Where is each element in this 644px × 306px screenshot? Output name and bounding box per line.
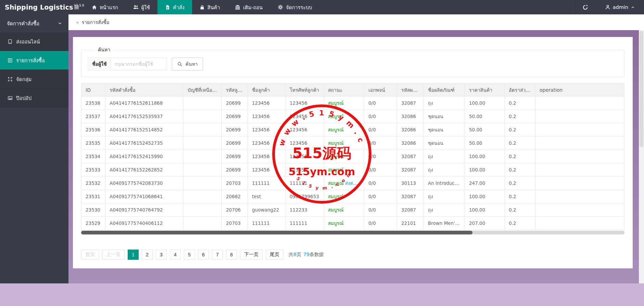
cell-order-code: A04141776152514852	[105, 123, 184, 137]
cell-commission-ratio: 0.2	[505, 97, 535, 110]
table-row: 23530 A04091775740764792 20706 guowang22…	[81, 203, 624, 217]
pagination-last-button[interactable]: 尾页	[266, 250, 283, 260]
vertical-scrollbar-thumb[interactable]	[640, 31, 643, 147]
cell-singular: 0/0	[364, 203, 397, 217]
file-icon	[165, 5, 170, 10]
horizontal-scrollbar-thumb[interactable]	[81, 231, 472, 234]
table-body: 23538 A04141776152611868 20699 123456 12…	[81, 97, 624, 230]
pagination-prev-button[interactable]: 上一页	[102, 250, 125, 260]
col-header-price: ราคาสินค้า	[465, 84, 505, 97]
cell-customer-name: 123456	[248, 123, 286, 137]
cell-id: 23534	[81, 150, 105, 163]
nav-item-system[interactable]: จัดการระบบ	[270, 0, 320, 14]
status-text: สมบูรณ์	[328, 194, 343, 199]
cell-customer-phone: 112233	[286, 203, 324, 217]
cell-singular: 0/0	[364, 177, 397, 190]
cell-commission-ratio: 0.2	[505, 177, 535, 190]
cell-price: 100.00	[465, 190, 505, 203]
cell-product-code: 30113	[397, 177, 424, 190]
table-row: 23537 A04141776152535937 20699 123456 12…	[81, 110, 624, 123]
status-text: สมบูรณ์	[328, 154, 343, 159]
sidebar-item-send-online[interactable]: ส่งออนไลน์	[0, 32, 68, 51]
col-header-product-code: รหัสผลิ...	[397, 84, 424, 97]
status-text: สมบูรณ์	[328, 127, 343, 132]
cell-id: 23531	[81, 190, 105, 203]
cell-customer-code: 20699	[222, 110, 248, 123]
col-header-singular: เอกพจน์	[364, 84, 397, 97]
cell-product-name: ชุดนอน	[424, 137, 465, 150]
pagination-page-1[interactable]: 1	[128, 250, 139, 260]
cell-product-code: 32086	[397, 110, 424, 123]
breadcrumb-label: รายการสั่งซื้อ	[82, 18, 110, 26]
cell-order-code: A04091775740406112	[105, 217, 184, 230]
nav-item-deposit-withdraw[interactable]: เติม-ถอน	[227, 0, 270, 14]
cell-customer-code: 20699	[222, 137, 248, 150]
app-title: Shipping Logistics	[5, 3, 73, 11]
gear-icon	[278, 4, 283, 10]
table-row: 23536 A04141776152514852 20699 123456 12…	[81, 123, 624, 137]
sidebar-item-popup[interactable]: ป๊อปอัป	[0, 89, 68, 107]
users-icon	[133, 4, 139, 10]
pagination-page-7[interactable]: 7	[212, 250, 223, 260]
search-button[interactable]: ค้นหา	[172, 58, 203, 71]
cell-singular: 0/0	[364, 163, 397, 177]
horizontal-scrollbar-track[interactable]	[81, 231, 624, 234]
nav-item-products[interactable]: สินค้า	[192, 0, 228, 14]
cell-product-code: 32087	[397, 150, 424, 163]
col-header-customer-name: ชื่อลูกค้า	[248, 84, 286, 97]
col-header-operation: operation	[535, 84, 624, 97]
cell-customer-name: 111111	[248, 177, 286, 190]
nav-item-users[interactable]: ผู้ใช้	[126, 0, 157, 14]
sidebar-item-order-list[interactable]: รายการสั่งซื้อ	[0, 51, 68, 70]
cell-operation	[535, 97, 624, 110]
sidebar-item-label: ส่งออนไลน์	[16, 38, 40, 46]
status-link[interactable]: ส่งด่ว...	[345, 180, 360, 186]
user-menu[interactable]: admin	[596, 0, 644, 14]
pagination-page-8[interactable]: 8	[226, 250, 237, 260]
cell-status: สมบูรณ์	[324, 203, 364, 217]
cell-singular: 0/0	[364, 110, 397, 123]
cell-status: สมบูรณ์	[324, 190, 364, 203]
cell-commission-ratio: 0.2	[505, 163, 535, 177]
person-icon	[605, 4, 610, 10]
sidebar-item-grouping[interactable]: จัดกลุ่ม	[0, 70, 68, 89]
pagination-page-3[interactable]: 3	[156, 250, 167, 260]
cell-order-code: A04091775741068641	[105, 190, 184, 203]
cell-order-code: A04141776152535937	[105, 110, 184, 123]
hamburger-icon	[74, 4, 79, 10]
navbar-spacer	[320, 0, 575, 14]
cell-product-name: ถุง	[424, 203, 465, 217]
cell-status: สมบูรณ์	[324, 97, 364, 110]
col-header-product-name: ชื่อผลิตภัณฑ์	[424, 84, 465, 97]
pagination-page-6[interactable]: 6	[198, 250, 209, 260]
nav-item-home[interactable]: หน้าแรก	[84, 0, 126, 14]
cell-commission-ratio: 0.2	[505, 110, 535, 123]
username-field-label: ชื่อผู้ใช้	[88, 58, 111, 71]
sidebar-toggle-button[interactable]	[68, 0, 84, 14]
pagination-page-5[interactable]: 5	[184, 250, 195, 260]
status-text: สมบูรณ์	[328, 180, 343, 186]
pagination-page-2[interactable]: 2	[142, 250, 153, 260]
pagination-next-button[interactable]: 下一页	[240, 250, 263, 260]
status-text: สมบูรณ์	[328, 114, 343, 119]
cell-status: สมบูรณ์	[324, 110, 364, 123]
sidebar-group-label: จัดการคำสั่งซื้อ	[7, 20, 39, 27]
table-row: 23538 A04141776152611868 20699 123456 12…	[81, 97, 624, 110]
cell-id: 23536	[81, 123, 105, 137]
cell-commission-ratio: 0.2	[505, 123, 535, 137]
sidebar-group-order-management[interactable]: จัดการคำสั่งซื้อ	[0, 14, 68, 32]
cell-customer-phone: 111111	[286, 217, 324, 230]
vertical-scrollbar-track[interactable]	[639, 30, 644, 283]
pagination-first-button[interactable]: 首页	[81, 250, 99, 260]
status-text: สมบูรณ์	[328, 207, 343, 213]
cell-parent-account	[184, 163, 222, 177]
nav-item-orders[interactable]: คำสั่ง	[157, 0, 192, 14]
username-search-input[interactable]	[111, 58, 167, 71]
pagination-page-4[interactable]: 4	[170, 250, 181, 260]
orders-table: ID รหัสคำสั่งซื้อ บัญชีที่เหนือกว่า รหัส…	[81, 83, 624, 230]
cell-operation	[535, 177, 624, 190]
top-navbar: Shipping Logistics V1.5.9 หน้าแรก ผู้ใช้…	[0, 0, 644, 14]
refresh-button[interactable]	[575, 0, 596, 14]
document-icon	[8, 39, 13, 44]
cell-order-code: A04141776152452735	[105, 137, 184, 150]
